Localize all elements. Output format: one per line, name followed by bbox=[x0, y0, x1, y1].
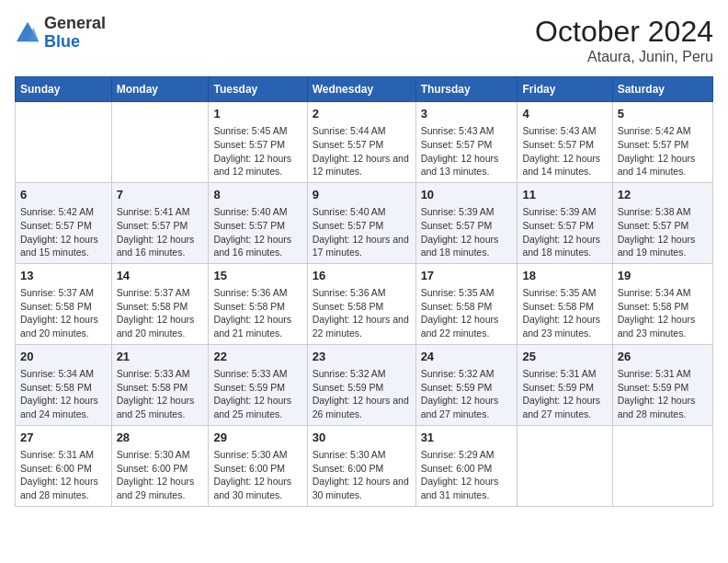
day-detail: Sunrise: 5:31 AM bbox=[522, 367, 607, 381]
page-header: General Blue October 2024 Ataura, Junin,… bbox=[15, 15, 713, 65]
day-detail: Daylight: 12 hours and 20 minutes. bbox=[117, 313, 204, 339]
day-detail: Sunset: 5:58 PM bbox=[117, 381, 204, 395]
day-header-tuesday: Tuesday bbox=[209, 77, 307, 102]
day-detail: Daylight: 12 hours and 19 minutes. bbox=[618, 233, 708, 259]
day-number: 16 bbox=[313, 268, 411, 284]
day-header-friday: Friday bbox=[518, 77, 612, 102]
day-detail: Sunrise: 5:33 AM bbox=[213, 367, 301, 381]
day-detail: Daylight: 12 hours and 31 minutes. bbox=[421, 475, 513, 501]
day-detail: Sunrise: 5:31 AM bbox=[618, 367, 708, 381]
day-detail: Sunset: 5:57 PM bbox=[313, 138, 411, 152]
day-number: 3 bbox=[421, 106, 513, 122]
day-number: 8 bbox=[213, 187, 301, 203]
day-detail: Sunrise: 5:39 AM bbox=[522, 205, 607, 219]
day-detail: Sunrise: 5:44 AM bbox=[313, 124, 411, 138]
day-detail: Daylight: 12 hours and 26 minutes. bbox=[313, 394, 411, 420]
calendar-cell: 25Sunrise: 5:31 AMSunset: 5:59 PMDayligh… bbox=[518, 344, 612, 425]
day-detail: Sunrise: 5:35 AM bbox=[421, 286, 513, 300]
day-detail: Daylight: 12 hours and 28 minutes. bbox=[618, 394, 708, 420]
calendar-cell: 1Sunrise: 5:45 AMSunset: 5:57 PMDaylight… bbox=[209, 102, 307, 183]
day-detail: Daylight: 12 hours and 16 minutes. bbox=[213, 233, 301, 259]
day-detail: Sunset: 5:57 PM bbox=[117, 219, 204, 233]
day-number: 19 bbox=[618, 268, 708, 284]
day-detail: Sunrise: 5:32 AM bbox=[421, 367, 513, 381]
day-detail: Sunset: 5:57 PM bbox=[213, 219, 301, 233]
day-header-thursday: Thursday bbox=[415, 77, 518, 102]
calendar-table: SundayMondayTuesdayWednesdayThursdayFrid… bbox=[15, 76, 713, 507]
day-detail: Sunset: 5:58 PM bbox=[20, 381, 107, 395]
calendar-cell bbox=[111, 102, 209, 183]
day-detail: Daylight: 12 hours and 12 minutes. bbox=[213, 152, 301, 178]
calendar-cell: 15Sunrise: 5:36 AMSunset: 5:58 PMDayligh… bbox=[209, 263, 307, 344]
day-detail: Sunset: 6:00 PM bbox=[421, 462, 513, 476]
day-detail: Sunrise: 5:34 AM bbox=[20, 367, 107, 381]
day-detail: Daylight: 12 hours and 16 minutes. bbox=[117, 233, 204, 259]
day-detail: Daylight: 12 hours and 30 minutes. bbox=[213, 475, 301, 501]
day-detail: Sunset: 6:00 PM bbox=[20, 462, 107, 476]
day-detail: Sunset: 5:57 PM bbox=[618, 138, 708, 152]
day-number: 30 bbox=[313, 430, 411, 446]
calendar-cell: 31Sunrise: 5:29 AMSunset: 6:00 PMDayligh… bbox=[415, 425, 518, 506]
day-detail: Sunset: 6:00 PM bbox=[213, 462, 301, 476]
calendar-cell: 10Sunrise: 5:39 AMSunset: 5:57 PMDayligh… bbox=[415, 182, 518, 263]
calendar-cell bbox=[612, 425, 712, 506]
day-detail: Sunset: 5:57 PM bbox=[522, 219, 607, 233]
calendar-cell: 18Sunrise: 5:35 AMSunset: 5:58 PMDayligh… bbox=[518, 263, 612, 344]
day-detail: Sunrise: 5:31 AM bbox=[20, 448, 107, 462]
day-detail: Sunset: 5:58 PM bbox=[618, 300, 708, 314]
day-detail: Sunrise: 5:30 AM bbox=[313, 448, 411, 462]
day-detail: Sunrise: 5:36 AM bbox=[213, 286, 301, 300]
day-number: 31 bbox=[421, 430, 513, 446]
day-detail: Sunrise: 5:41 AM bbox=[117, 205, 204, 219]
day-detail: Sunset: 5:59 PM bbox=[313, 381, 411, 395]
day-detail: Daylight: 12 hours and 23 minutes. bbox=[618, 313, 708, 339]
day-detail: Sunrise: 5:30 AM bbox=[117, 448, 204, 462]
day-header-sunday: Sunday bbox=[16, 77, 112, 102]
day-detail: Sunset: 5:58 PM bbox=[117, 300, 204, 314]
calendar-cell: 2Sunrise: 5:44 AMSunset: 5:57 PMDaylight… bbox=[307, 102, 415, 183]
calendar-cell: 27Sunrise: 5:31 AMSunset: 6:00 PMDayligh… bbox=[16, 425, 112, 506]
day-detail: Daylight: 12 hours and 17 minutes. bbox=[313, 233, 411, 259]
day-detail: Sunset: 5:57 PM bbox=[421, 138, 513, 152]
calendar-cell: 20Sunrise: 5:34 AMSunset: 5:58 PMDayligh… bbox=[16, 344, 112, 425]
day-header-saturday: Saturday bbox=[612, 77, 712, 102]
logo-text: General Blue bbox=[44, 15, 106, 52]
day-detail: Sunset: 5:57 PM bbox=[618, 219, 708, 233]
day-detail: Sunset: 5:58 PM bbox=[421, 300, 513, 314]
day-detail: Daylight: 12 hours and 21 minutes. bbox=[213, 313, 301, 339]
day-detail: Sunset: 5:59 PM bbox=[421, 381, 513, 395]
logo-blue: Blue bbox=[44, 32, 80, 51]
day-detail: Daylight: 12 hours and 30 minutes. bbox=[313, 475, 411, 501]
day-detail: Sunrise: 5:37 AM bbox=[117, 286, 204, 300]
day-number: 2 bbox=[313, 106, 411, 122]
day-number: 12 bbox=[618, 187, 708, 203]
day-detail: Sunset: 5:59 PM bbox=[618, 381, 708, 395]
calendar-cell bbox=[16, 102, 112, 183]
day-detail: Sunrise: 5:40 AM bbox=[213, 205, 301, 219]
calendar-cell: 16Sunrise: 5:36 AMSunset: 5:58 PMDayligh… bbox=[307, 263, 415, 344]
day-detail: Sunrise: 5:30 AM bbox=[213, 448, 301, 462]
day-detail: Daylight: 12 hours and 18 minutes. bbox=[421, 233, 513, 259]
day-detail: Daylight: 12 hours and 13 minutes. bbox=[421, 152, 513, 178]
calendar-cell: 4Sunrise: 5:43 AMSunset: 5:57 PMDaylight… bbox=[518, 102, 612, 183]
day-number: 10 bbox=[421, 187, 513, 203]
day-detail: Sunrise: 5:35 AM bbox=[522, 286, 607, 300]
day-detail: Sunrise: 5:34 AM bbox=[618, 286, 708, 300]
day-detail: Sunset: 5:58 PM bbox=[313, 300, 411, 314]
calendar-cell: 17Sunrise: 5:35 AMSunset: 5:58 PMDayligh… bbox=[415, 263, 518, 344]
day-detail: Sunrise: 5:42 AM bbox=[20, 205, 107, 219]
day-detail: Daylight: 12 hours and 15 minutes. bbox=[20, 233, 107, 259]
day-detail: Sunset: 5:57 PM bbox=[20, 219, 107, 233]
day-number: 29 bbox=[213, 430, 301, 446]
calendar-body: 1Sunrise: 5:45 AMSunset: 5:57 PMDaylight… bbox=[16, 102, 713, 507]
day-detail: Sunrise: 5:32 AM bbox=[313, 367, 411, 381]
day-number: 9 bbox=[313, 187, 411, 203]
day-detail: Sunset: 5:58 PM bbox=[522, 300, 607, 314]
day-number: 17 bbox=[421, 268, 513, 284]
day-number: 24 bbox=[421, 349, 513, 365]
day-detail: Sunrise: 5:37 AM bbox=[20, 286, 107, 300]
day-number: 4 bbox=[522, 106, 607, 122]
day-detail: Sunrise: 5:45 AM bbox=[213, 124, 301, 138]
day-detail: Daylight: 12 hours and 14 minutes. bbox=[618, 152, 708, 178]
calendar-cell: 11Sunrise: 5:39 AMSunset: 5:57 PMDayligh… bbox=[518, 182, 612, 263]
